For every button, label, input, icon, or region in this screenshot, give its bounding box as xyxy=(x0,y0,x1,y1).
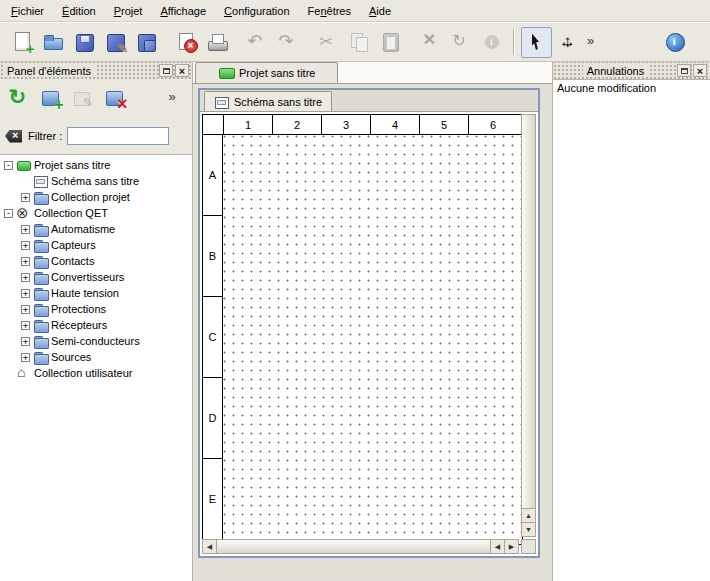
save-file-as-button[interactable] xyxy=(99,27,130,58)
tree-expander-plus[interactable]: + xyxy=(21,257,30,266)
tree-expander-plus[interactable]: + xyxy=(21,273,30,282)
panel-overflow-button[interactable] xyxy=(159,84,188,113)
clear-filter-icon[interactable] xyxy=(5,129,23,144)
tree-item-contacts[interactable]: +Contacts xyxy=(0,253,192,269)
tree-item-label: Haute tension xyxy=(51,287,119,299)
close-panel-button[interactable] xyxy=(175,64,189,77)
print-icon xyxy=(206,31,228,53)
vertical-scrollbar[interactable] xyxy=(521,114,536,537)
tree-item-protections[interactable]: +Protections xyxy=(0,301,192,317)
tree-expander-plus[interactable]: + xyxy=(21,241,30,250)
close-undo-panel-button[interactable] xyxy=(693,64,707,77)
menu-aide[interactable]: Aide xyxy=(360,2,400,20)
pan-icon xyxy=(557,31,579,53)
menu-fichier[interactable]: Fichier xyxy=(2,2,53,20)
diagram-viewport[interactable]: 123456 ABCDE xyxy=(200,112,538,556)
tree-item-capteurs[interactable]: +Capteurs xyxy=(0,237,192,253)
pan-mode-button[interactable] xyxy=(552,27,583,58)
tree-item-automatisme[interactable]: +Automatisme xyxy=(0,221,192,237)
float-icon xyxy=(163,68,170,74)
tree-expander-plus[interactable]: + xyxy=(21,353,30,362)
elements-panel-titlebar[interactable]: Panel d'éléments xyxy=(0,62,192,79)
save-all-button[interactable] xyxy=(130,27,161,58)
tree-item-label: Collection utilisateur xyxy=(34,367,132,379)
tree-item-label: Sources xyxy=(51,351,91,363)
save-file-as-icon xyxy=(104,31,126,53)
folder-icon xyxy=(33,302,48,316)
menu-fenetres[interactable]: Fenêtres xyxy=(299,2,360,20)
tree-expander-minus[interactable]: - xyxy=(4,161,13,170)
toolbar-overflow-button[interactable] xyxy=(583,27,601,58)
tree-item-collection-qet[interactable]: -Collection QET xyxy=(0,205,192,221)
refresh-icon xyxy=(8,87,30,109)
tree-item-projet-sans-titre[interactable]: -Projet sans titre xyxy=(0,157,192,173)
tree-item-collection-projet[interactable]: +Collection projet xyxy=(0,189,192,205)
save-file-button[interactable] xyxy=(68,27,99,58)
tree-item-recepteurs[interactable]: +Récepteurs xyxy=(0,317,192,333)
hscroll-thumb[interactable] xyxy=(217,540,490,553)
delete-element-button[interactable] xyxy=(100,84,129,113)
scroll-left-button[interactable] xyxy=(203,540,217,553)
tab-projet-sans-titre[interactable]: Projet sans titre xyxy=(195,62,338,83)
folder-icon xyxy=(33,254,48,268)
column-header-3: 3 xyxy=(321,115,370,134)
scroll-up-button[interactable] xyxy=(522,508,535,522)
diagram-grid[interactable] xyxy=(223,135,522,544)
tree-item-label: Protections xyxy=(51,303,106,315)
vscroll-thumb[interactable] xyxy=(522,115,535,508)
elements-panel-title: Panel d'éléments xyxy=(3,65,95,77)
close-file-button[interactable] xyxy=(170,27,201,58)
about-icon xyxy=(664,31,686,53)
menu-projet[interactable]: Projet xyxy=(105,2,152,20)
filter-input[interactable] xyxy=(67,127,169,145)
panel-toolbar xyxy=(0,79,192,117)
about-qet-button[interactable] xyxy=(659,27,690,58)
tree-expander-plus[interactable]: + xyxy=(21,337,30,346)
tree-expander-plus[interactable]: + xyxy=(21,289,30,298)
tree-expander-minus[interactable]: - xyxy=(4,209,13,218)
tree-item-semi-conducteurs[interactable]: +Semi-conducteurs xyxy=(0,333,192,349)
undo-item-aucune-modification[interactable]: Aucune modification xyxy=(553,80,710,96)
float-undo-panel-button[interactable] xyxy=(677,64,691,77)
menu-edition[interactable]: Édition xyxy=(53,2,105,20)
row-headers: ABCDE xyxy=(203,135,223,544)
pointer-icon xyxy=(526,31,548,53)
tree-expander-plus[interactable]: + xyxy=(21,305,30,314)
undo-list: Aucune modification xyxy=(553,79,710,581)
tree-item-sources[interactable]: +Sources xyxy=(0,349,192,365)
tree-item-schema-sans-titre[interactable]: Schéma sans titre xyxy=(0,173,192,189)
mdi-workspace: Schéma sans titre 123456 ABCDE xyxy=(193,84,552,581)
tree-item-haute-tension[interactable]: +Haute tension xyxy=(0,285,192,301)
new-file-button[interactable] xyxy=(6,27,37,58)
overflow-icon xyxy=(586,31,598,53)
scroll-down-button[interactable] xyxy=(522,522,535,536)
project-icon xyxy=(16,158,31,172)
overflow-icon xyxy=(168,87,180,109)
scroll-right-button[interactable] xyxy=(504,540,518,553)
reload-collections-button[interactable] xyxy=(4,84,33,113)
undo-icon xyxy=(246,31,268,53)
schema-icon xyxy=(214,95,229,109)
tree-expander-plus[interactable]: + xyxy=(21,225,30,234)
info-gray-icon xyxy=(481,31,503,53)
menu-configuration[interactable]: Configuration xyxy=(215,2,298,20)
float-panel-button[interactable] xyxy=(159,64,173,77)
new-element-button[interactable] xyxy=(36,84,65,113)
tree-expander-plus[interactable]: + xyxy=(21,321,30,330)
rotate-icon xyxy=(450,31,472,53)
tree-item-collection-utilisateur[interactable]: Collection utilisateur xyxy=(0,365,192,381)
select-mode-button[interactable] xyxy=(521,27,552,58)
menu-affichage[interactable]: Affichage xyxy=(151,2,215,20)
tree-item-convertisseurs[interactable]: +Convertisseurs xyxy=(0,269,192,285)
tab-schema-sans-titre[interactable]: Schéma sans titre xyxy=(204,91,332,111)
main-toolbar xyxy=(0,22,710,62)
undo-panel-titlebar[interactable]: Annulations xyxy=(553,62,710,79)
tree-expander-plus[interactable]: + xyxy=(21,193,30,202)
open-file-button[interactable] xyxy=(37,27,68,58)
home-icon xyxy=(16,366,31,380)
column-header-4: 4 xyxy=(370,115,419,134)
print-button[interactable] xyxy=(201,27,232,58)
horizontal-scrollbar[interactable] xyxy=(202,539,519,554)
close-file-icon xyxy=(175,31,197,53)
scroll-left-button-2[interactable] xyxy=(490,540,504,553)
